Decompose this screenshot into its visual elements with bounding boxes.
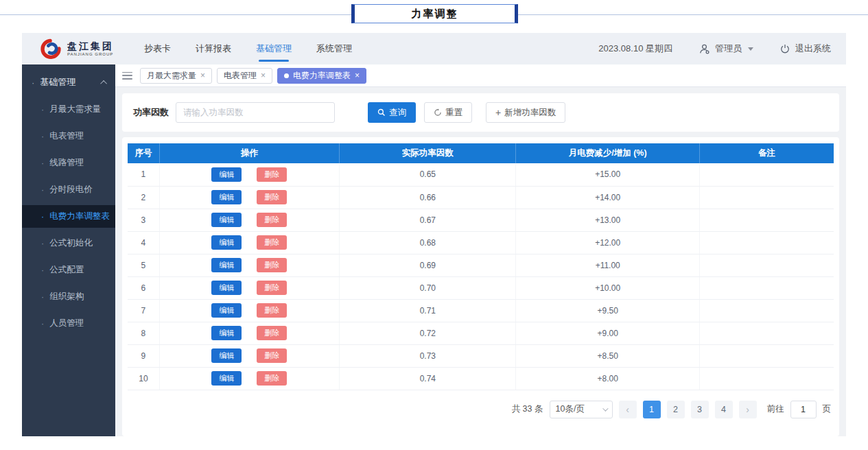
- page-number-button[interactable]: 4: [715, 401, 733, 418]
- row-adjust: +8.50: [516, 344, 700, 367]
- delete-button[interactable]: 删除: [257, 348, 287, 363]
- tab-close-icon[interactable]: ×: [261, 71, 266, 80]
- sidebar-item[interactable]: · 月最大需求量: [22, 98, 115, 121]
- row-actions: 编辑 删除: [160, 281, 339, 295]
- search-icon: [377, 108, 386, 117]
- add-power-factor-button[interactable]: + 新增功率因数: [486, 102, 565, 123]
- tab-close-icon[interactable]: ×: [355, 71, 360, 80]
- delete-button[interactable]: 删除: [257, 167, 287, 182]
- table-row: 8 编辑 删除 0.72 +9.00: [128, 322, 834, 344]
- delete-button[interactable]: 删除: [257, 235, 287, 250]
- delete-button[interactable]: 删除: [257, 326, 287, 340]
- nav-item[interactable]: 基础管理: [256, 33, 292, 64]
- prev-page-button[interactable]: ‹: [619, 401, 637, 418]
- row-factor: 0.66: [340, 186, 516, 209]
- sidebar-item-label: 公式配置: [49, 264, 84, 276]
- row-seq: 5: [128, 254, 159, 276]
- row-factor: 0.70: [340, 276, 516, 299]
- nav-item[interactable]: 系统管理: [316, 33, 352, 64]
- chevron-down-icon: [602, 405, 608, 411]
- edit-button[interactable]: 编辑: [211, 326, 242, 340]
- total-count: 共 33 条: [512, 403, 543, 415]
- edit-button[interactable]: 编辑: [211, 348, 242, 363]
- delete-button[interactable]: 删除: [257, 303, 287, 318]
- app-header: 盘江集团 PANJIANG GROUP 抄表卡 计算报表 基础管理 系统管理 2…: [22, 33, 846, 64]
- reset-button[interactable]: 重置: [424, 102, 472, 123]
- sidebar-item-label: 组织架构: [49, 291, 84, 303]
- page-size-select[interactable]: 10条/页: [550, 401, 613, 418]
- sidebar-item[interactable]: · 公式初始化: [22, 232, 115, 254]
- tab-bar: 月最大需求量 × 电表管理 × 电费力率调整表 ×: [115, 64, 846, 87]
- filter-label: 功率因数: [133, 106, 169, 119]
- power-factor-table: 序号 操作 实际功率因数 月电费减少/增加 (%) 备注 1 编辑 删除: [128, 143, 834, 390]
- col-remark: 备注: [699, 143, 834, 163]
- company-logo-icon: [40, 38, 62, 60]
- delete-button[interactable]: 删除: [257, 258, 287, 272]
- sidebar-item[interactable]: · 人员管理: [22, 312, 115, 335]
- table-row: 7 编辑 删除 0.71 +9.50: [128, 299, 834, 322]
- tab[interactable]: 月最大需求量 ×: [140, 68, 212, 84]
- tab-label: 电费力率调整表: [293, 70, 351, 82]
- refresh-icon: [434, 108, 442, 117]
- sidebar-item-label: 线路管理: [49, 157, 84, 169]
- goto-label: 前往: [767, 403, 784, 415]
- next-page-button[interactable]: ›: [739, 401, 757, 418]
- nav-item[interactable]: 计算报表: [196, 33, 231, 64]
- logout-button[interactable]: 退出系统: [779, 43, 831, 55]
- edit-button[interactable]: 编辑: [211, 190, 242, 204]
- table-row: 1 编辑 删除 0.65 +15.00: [128, 163, 834, 186]
- bullet-icon: ·: [41, 319, 44, 329]
- table-row: 2 编辑 删除 0.66 +14.00: [128, 186, 834, 209]
- table-panel: 序号 操作 实际功率因数 月电费减少/增加 (%) 备注 1 编辑 删除: [122, 137, 839, 436]
- tab[interactable]: 电表管理 ×: [217, 68, 272, 84]
- sidebar-item[interactable]: · 分时段电价: [22, 178, 115, 201]
- delete-button[interactable]: 删除: [257, 371, 287, 386]
- search-button[interactable]: 查询: [368, 102, 416, 123]
- table-row: 5 编辑 删除 0.69 +11.00: [128, 254, 834, 276]
- row-remark: [699, 209, 834, 231]
- sidebar-item[interactable]: · 公式配置: [22, 259, 115, 281]
- sidebar-item[interactable]: · 电表管理: [22, 125, 115, 147]
- chevron-down-icon: [748, 47, 753, 51]
- goto-page-input[interactable]: [790, 401, 817, 418]
- sidebar-item[interactable]: · 线路管理: [22, 152, 115, 174]
- sidebar-item-label: 公式初始化: [49, 237, 93, 249]
- edit-button[interactable]: 编辑: [211, 235, 242, 250]
- sidebar-item[interactable]: · 组织架构: [22, 285, 115, 308]
- edit-button[interactable]: 编辑: [211, 281, 242, 295]
- page-number-button[interactable]: 2: [667, 401, 685, 418]
- sidebar-item[interactable]: · 电费力率调整表: [22, 205, 115, 228]
- delete-button[interactable]: 删除: [257, 190, 287, 204]
- edit-button[interactable]: 编辑: [211, 213, 242, 227]
- page-number-button[interactable]: 3: [691, 401, 709, 418]
- user-menu[interactable]: 管理员: [699, 43, 753, 55]
- bullet-icon: ·: [41, 185, 44, 195]
- row-actions: 编辑 删除: [160, 167, 339, 182]
- edit-button[interactable]: 编辑: [211, 371, 242, 386]
- row-adjust: +15.00: [516, 163, 700, 186]
- tab-close-icon[interactable]: ×: [200, 71, 205, 80]
- table-header-row: 序号 操作 实际功率因数 月电费减少/增加 (%) 备注: [128, 143, 834, 163]
- logo-text: 盘江集团 PANJIANG GROUP: [67, 41, 114, 56]
- nav-item-label: 抄表卡: [144, 43, 171, 55]
- bullet-icon: ·: [41, 265, 44, 275]
- row-actions: 编辑 删除: [160, 326, 339, 340]
- delete-button[interactable]: 删除: [257, 213, 287, 227]
- row-remark: [699, 254, 834, 276]
- power-factor-input[interactable]: [176, 102, 335, 123]
- logo-subtitle: PANJIANG GROUP: [67, 52, 114, 56]
- tab-list-icon[interactable]: [122, 72, 132, 80]
- tab-label: 月最大需求量: [147, 70, 196, 82]
- page-title: 力率调整: [412, 8, 458, 21]
- tab[interactable]: 电费力率调整表 ×: [277, 68, 366, 84]
- nav-item[interactable]: 抄表卡: [144, 33, 171, 64]
- row-seq: 6: [128, 276, 159, 299]
- col-actions: 操作: [159, 143, 339, 163]
- row-adjust: +12.00: [516, 231, 700, 254]
- sidebar-group-basic-management[interactable]: · 基础管理: [22, 69, 115, 96]
- edit-button[interactable]: 编辑: [211, 258, 242, 272]
- page-number-button[interactable]: 1: [643, 401, 661, 418]
- edit-button[interactable]: 编辑: [211, 167, 242, 182]
- edit-button[interactable]: 编辑: [211, 303, 242, 318]
- delete-button[interactable]: 删除: [257, 281, 287, 295]
